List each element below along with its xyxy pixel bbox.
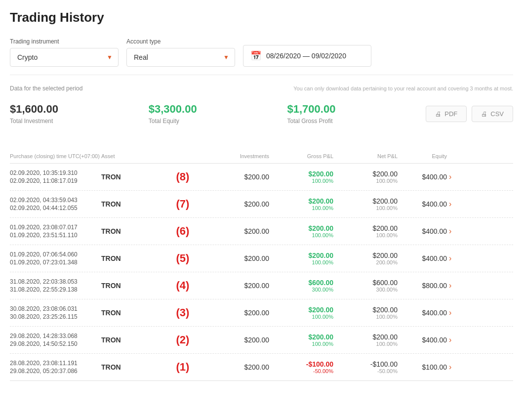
table-row: 01.09.2020, 23:08:07.017 01.09.2020, 23:… xyxy=(10,218,513,245)
table-body: 02.09.2020, 10:35:19.310 02.09.2020, 11:… xyxy=(10,164,513,381)
th-investments-text: Investments xyxy=(240,153,269,159)
trade-number-5: (3) xyxy=(176,306,190,319)
net-pnl-value-1: $200.00 xyxy=(372,197,398,205)
th-grosspnl: Gross P&L xyxy=(269,153,333,159)
csv-download-button[interactable]: 🖨 CSV xyxy=(472,106,513,122)
asset-name-4: TRON xyxy=(101,282,121,290)
trade-number-4: (4) xyxy=(176,279,190,292)
investment-value-5: $200.00 xyxy=(244,309,269,317)
account-type-select[interactable]: Real xyxy=(126,48,235,67)
total-gross-profit-label: Total Gross Profit xyxy=(287,118,426,125)
cell-gross-pnl-1: $200.00 100.00% xyxy=(269,197,333,211)
expand-button-1[interactable]: › xyxy=(447,200,453,209)
total-investment-label: Total Investment xyxy=(10,118,149,125)
total-equity-item: $3,300.00 Total Equity xyxy=(149,103,287,125)
cell-time-2: 01.09.2020, 23:08:07.017 01.09.2020, 23:… xyxy=(10,224,101,239)
cell-time-1: 02.09.2020, 04:33:59.043 02.09.2020, 04:… xyxy=(10,197,101,211)
time-line-1-3: 01.09.2020, 07:06:54.060 xyxy=(10,251,101,258)
cell-equity-6: $400.00 xyxy=(398,336,447,344)
gross-pnl-value-7: -$100.00 xyxy=(306,360,333,368)
account-type-filter-group: Account type Real ▼ xyxy=(126,38,235,67)
expand-button-0[interactable]: › xyxy=(447,172,453,181)
th-grosspnl-text: Gross P&L xyxy=(307,153,333,159)
pdf-icon: 🖨 xyxy=(435,110,442,118)
cell-investment-4: $200.00 xyxy=(210,282,269,290)
th-asset-text: Asset xyxy=(101,153,115,159)
net-pnl-pct-3: 200.00% xyxy=(376,259,398,265)
cell-time-7: 28.08.2020, 23:08:11.191 29.08.2020, 05:… xyxy=(10,360,101,375)
th-netpnl: Net P&L xyxy=(333,153,398,159)
gross-pnl-value-0: $200.00 xyxy=(308,170,333,178)
cell-net-pnl-0: $200.00 100.00% xyxy=(333,170,398,184)
equity-value-7: $100.00 xyxy=(422,363,447,371)
expand-button-3[interactable]: › xyxy=(447,254,453,263)
gross-pnl-pct-5: 100.00% xyxy=(312,314,333,320)
table-row: 30.08.2020, 23:08:06.031 30.08.2020, 23:… xyxy=(10,299,513,327)
expand-button-4[interactable]: › xyxy=(447,281,453,290)
time-line-2-0: 02.09.2020, 11:08:17.019 xyxy=(10,177,101,184)
csv-icon: 🖨 xyxy=(481,110,487,118)
cell-time-4: 31.08.2020, 22:03:38.053 31.08.2020, 22:… xyxy=(10,278,101,293)
total-gross-profit-item: $1,700.00 Total Gross Profit xyxy=(287,103,426,125)
th-investments: Investments xyxy=(210,153,269,159)
cell-equity-4: $800.00 xyxy=(398,282,447,290)
net-pnl-value-7: -$100.00 xyxy=(370,360,398,368)
trade-number-0: (8) xyxy=(176,170,190,183)
cell-net-pnl-6: $200.00 100.00% xyxy=(333,333,398,347)
expand-button-2[interactable]: › xyxy=(447,227,453,236)
table-row: 02.09.2020, 10:35:19.310 02.09.2020, 11:… xyxy=(10,164,513,191)
expand-button-7[interactable]: › xyxy=(447,363,453,372)
date-range-picker[interactable]: 📅 08/26/2020 — 09/02/2020 xyxy=(243,45,371,67)
cell-time-5: 30.08.2020, 23:08:06.031 30.08.2020, 23:… xyxy=(10,305,101,320)
net-pnl-pct-6: 100.00% xyxy=(376,341,398,347)
cell-expand-6[interactable]: › xyxy=(447,336,465,344)
cell-expand-2[interactable]: › xyxy=(447,227,465,236)
cell-net-pnl-2: $200.00 100.00% xyxy=(333,224,398,238)
total-gross-profit-value: $1,700.00 xyxy=(287,103,426,116)
date-range-spacer xyxy=(243,35,371,42)
gross-pnl-value-5: $200.00 xyxy=(308,306,333,314)
table-row: 01.09.2020, 07:06:54.060 01.09.2020, 07:… xyxy=(10,245,513,272)
asset-name-0: TRON xyxy=(101,173,121,181)
cell-expand-4[interactable]: › xyxy=(447,281,465,290)
time-line-1-2: 01.09.2020, 23:08:07.017 xyxy=(10,224,101,231)
period-label: Data for the selected period xyxy=(10,85,82,92)
expand-button-6[interactable]: › xyxy=(447,336,453,344)
time-line-2-2: 01.09.2020, 23:51:51.110 xyxy=(10,232,101,239)
cell-asset-4: TRON xyxy=(101,282,156,290)
net-pnl-value-2: $200.00 xyxy=(372,224,398,232)
table-row: 29.08.2020, 14:28:33.068 29.08.2020, 14:… xyxy=(10,327,513,354)
cell-investment-0: $200.00 xyxy=(210,173,269,181)
net-pnl-value-6: $200.00 xyxy=(372,333,398,341)
cell-trade-number-0: (8) xyxy=(156,170,210,183)
gross-pnl-pct-4: 300.00% xyxy=(312,287,333,293)
download-buttons: 🖨 PDF 🖨 CSV xyxy=(426,106,513,122)
instrument-select[interactable]: Crypto xyxy=(10,48,119,67)
gross-pnl-pct-7: -50.00% xyxy=(313,368,333,374)
account-type-select-wrapper[interactable]: Real ▼ xyxy=(126,48,235,67)
cell-expand-5[interactable]: › xyxy=(447,308,465,317)
asset-name-7: TRON xyxy=(101,363,121,371)
cell-expand-0[interactable]: › xyxy=(447,172,465,181)
asset-name-6: TRON xyxy=(101,336,121,344)
pdf-download-button[interactable]: 🖨 PDF xyxy=(426,106,467,122)
pdf-label: PDF xyxy=(444,110,457,118)
spacer xyxy=(10,130,513,142)
instrument-select-wrapper[interactable]: Crypto ▼ xyxy=(10,48,119,67)
total-investment-value: $1,600.00 xyxy=(10,103,149,116)
cell-expand-7[interactable]: › xyxy=(447,363,465,372)
investment-value-7: $200.00 xyxy=(244,363,269,371)
investment-value-3: $200.00 xyxy=(244,254,269,262)
cell-expand-3[interactable]: › xyxy=(447,254,465,263)
gross-pnl-value-2: $200.00 xyxy=(308,224,333,232)
cell-net-pnl-4: $600.00 300.00% xyxy=(333,279,398,293)
cell-time-0: 02.09.2020, 10:35:19.310 02.09.2020, 11:… xyxy=(10,169,101,184)
equity-value-1: $400.00 xyxy=(422,200,447,208)
net-pnl-pct-4: 300.00% xyxy=(376,287,398,293)
cell-investment-7: $200.00 xyxy=(210,363,269,371)
time-line-1-6: 29.08.2020, 14:28:33.068 xyxy=(10,333,101,339)
time-line-2-3: 01.09.2020, 07:23:01.348 xyxy=(10,259,101,266)
cell-expand-1[interactable]: › xyxy=(447,200,465,209)
expand-button-5[interactable]: › xyxy=(447,308,453,317)
csv-label: CSV xyxy=(490,110,504,118)
